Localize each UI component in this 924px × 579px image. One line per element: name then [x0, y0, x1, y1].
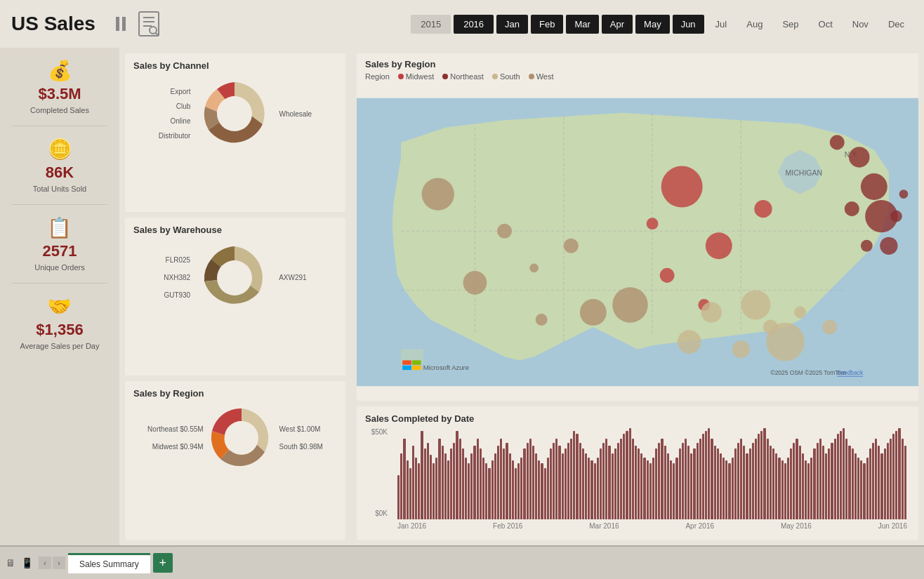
bar-item [535, 453, 537, 519]
monitor-icon[interactable]: 🖥 [6, 557, 15, 568]
bar-item [614, 448, 616, 519]
month-oct-btn[interactable]: Oct [810, 15, 841, 34]
divider-1 [12, 126, 107, 126]
legend-region-label: Region [365, 72, 390, 81]
handshake-icon: 🤝 [47, 295, 72, 318]
month-aug-btn[interactable]: Aug [738, 15, 771, 34]
report-icon[interactable] [138, 13, 160, 35]
x-label-apr: Apr 2016 [685, 522, 714, 530]
bar-item [763, 428, 765, 519]
month-jun-btn[interactable]: Jun [673, 15, 704, 34]
svg-text:Feedback: Feedback [837, 369, 864, 376]
tab-nav-prev-btn[interactable]: ‹ [39, 557, 51, 569]
bar-item [807, 463, 810, 519]
bar-item [444, 453, 447, 519]
pause-icon[interactable] [110, 13, 132, 35]
bar-item [576, 434, 578, 519]
us-map-svg: MICHIGAN N.Y. [357, 84, 918, 401]
add-tab-btn[interactable]: + [153, 553, 173, 573]
month-apr-btn[interactable]: Apr [602, 15, 633, 34]
metric-units-sold: 🪙 86K Total Units Sold [33, 138, 86, 193]
channel-label-online: Online [171, 117, 191, 125]
month-jan-btn[interactable]: Jan [496, 15, 528, 34]
bar-item [845, 439, 847, 519]
svg-point-32 [660, 268, 675, 283]
map-container: Sales by Region Region Midwest Northeast… [357, 53, 918, 401]
avg-sales-value: $1,356 [36, 321, 83, 339]
completed-sales-value: $3.5M [38, 85, 81, 103]
bar-item [550, 448, 552, 519]
month-jul-btn[interactable]: Jul [707, 15, 736, 34]
svg-rect-53 [412, 360, 421, 364]
bar-item [714, 446, 716, 519]
svg-point-22 [497, 224, 512, 239]
bar-item [904, 446, 906, 519]
month-dec-btn[interactable]: Dec [880, 15, 913, 34]
bar-item [880, 453, 883, 519]
bar-item [468, 463, 470, 519]
bar-item [491, 460, 494, 519]
month-sep-btn[interactable]: Sep [774, 15, 807, 34]
divider-2 [12, 204, 107, 205]
bar-item [690, 453, 692, 519]
bar-item [722, 458, 725, 519]
bar-item [857, 458, 859, 519]
bar-item [638, 448, 640, 519]
svg-point-23 [536, 314, 548, 326]
bar-item [840, 431, 842, 519]
year-2015-btn[interactable]: 2015 [411, 15, 451, 34]
bar-item [740, 439, 742, 519]
bar-item [843, 428, 845, 519]
bar-item [658, 443, 660, 519]
map-area[interactable]: MICHIGAN N.Y. [357, 84, 918, 401]
bar-item [799, 446, 801, 519]
unique-orders-value: 2571 [43, 242, 77, 260]
svg-point-49 [890, 211, 902, 222]
bar-item [617, 443, 619, 519]
svg-point-35 [741, 290, 770, 319]
bar-item [573, 431, 575, 519]
svg-point-8 [217, 96, 252, 131]
month-mar-btn[interactable]: Mar [566, 15, 598, 34]
metric-unique-orders: 📋 2571 Unique Orders [34, 216, 85, 272]
bar-item [629, 428, 631, 519]
bar-item [796, 439, 798, 519]
bar-item [579, 443, 581, 519]
bar-item [485, 463, 487, 519]
bar-item [758, 434, 760, 519]
map-header: Sales by Region Region Midwest Northeast… [357, 53, 918, 84]
month-may-btn[interactable]: May [635, 15, 670, 34]
main-content: 💰 $3.5M Completed Sales 🪙 86K Total Unit… [0, 48, 924, 545]
bar-item [453, 443, 455, 519]
bar-item [612, 453, 614, 519]
x-label-jun: Jun 2016 [878, 522, 907, 530]
divider-3 [12, 283, 107, 284]
units-sold-label: Total Units Sold [33, 185, 86, 193]
bar-item [649, 463, 652, 519]
bar-item [655, 448, 657, 519]
legend-west: West [529, 72, 554, 81]
region-label-midwest: Midwest $0.94M [152, 443, 204, 451]
bar-item [890, 439, 892, 519]
year-filters: 2015 2016 Jan Feb Mar Apr May Jun Jul Au… [411, 15, 913, 34]
svg-point-42 [830, 135, 845, 149]
bar-item [825, 453, 827, 519]
tablet-icon[interactable]: 📱 [21, 557, 33, 568]
bar-item [450, 448, 452, 519]
bar-item [620, 439, 622, 519]
svg-point-43 [849, 147, 869, 167]
warehouse-label-flr025: FLR025 [166, 256, 191, 264]
y-max-label: $50K [365, 428, 388, 436]
tab-nav-next-btn[interactable]: › [53, 557, 65, 569]
month-nov-btn[interactable]: Nov [844, 15, 877, 34]
coins-icon: 🪙 [48, 138, 72, 161]
svg-point-38 [678, 330, 701, 354]
sales-summary-tab[interactable]: Sales Summary [68, 553, 150, 573]
year-2016-btn[interactable]: 2016 [454, 15, 494, 34]
warehouse-label-nxh382: NXH382 [164, 274, 190, 281]
bar-item [547, 458, 549, 519]
bar-item [717, 448, 719, 519]
month-feb-btn[interactable]: Feb [531, 15, 563, 34]
bar-item [854, 453, 857, 519]
bar-item [570, 439, 572, 519]
